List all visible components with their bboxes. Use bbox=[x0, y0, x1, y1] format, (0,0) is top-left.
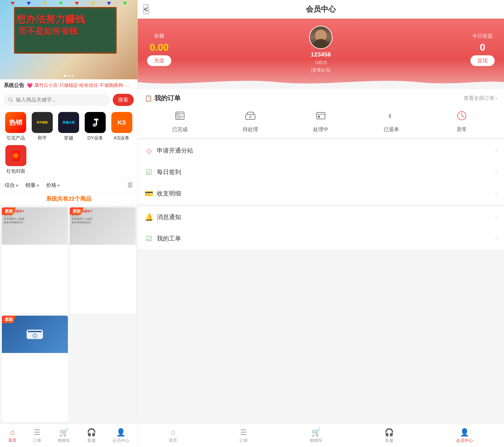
right-nav-orders-label: 订单 bbox=[239, 438, 248, 443]
svg-point-0 bbox=[9, 98, 12, 101]
menu-item-subsite[interactable]: ◇ 申请开通分站 › bbox=[138, 140, 504, 161]
nav-service-label: 客服 bbox=[87, 438, 96, 443]
right-panel: < 会员中心 余额 0.00 充值 123456 UID:5 [ bbox=[138, 0, 504, 447]
cat-item-peace[interactable]: 和平精英 和平 bbox=[29, 112, 55, 141]
menu-checkin-label: 每日签到 bbox=[157, 168, 495, 176]
search-input-wrap[interactable] bbox=[4, 94, 110, 106]
member-icon: 👤 bbox=[116, 428, 126, 437]
nav-home[interactable]: ⌂ 首页 bbox=[8, 428, 17, 443]
search-input[interactable] bbox=[16, 97, 106, 103]
profile-inner: 余额 0.00 充值 123456 UID:5 [普通会员] 今日收益 bbox=[147, 26, 495, 73]
checkin-icon: ☑ bbox=[145, 168, 153, 176]
view-all-chevron: › bbox=[495, 95, 497, 101]
chevron-right-icon-1: › bbox=[495, 147, 497, 154]
product-count: 系统共有22个商品 bbox=[0, 192, 137, 206]
cat-item-dy[interactable]: DY业务 bbox=[82, 112, 108, 141]
cat-icon-peace: 和平精英 bbox=[32, 112, 53, 133]
cat-item-cross[interactable]: 穿越火线 穿越 bbox=[55, 112, 82, 141]
pending-icon bbox=[242, 107, 259, 124]
menu-item-checkin[interactable]: ☑ 每日签到 › bbox=[138, 161, 504, 183]
order-type-refunded[interactable]: ¥ 已退单 bbox=[383, 107, 400, 133]
nav-service[interactable]: 🎧 客服 bbox=[87, 428, 96, 443]
sort-bar: 综合 ◆ 销量 ◆ 价格 ◆ ☰ bbox=[0, 178, 137, 192]
cart-icon: 🛒 bbox=[59, 428, 69, 437]
sort-comprehensive-label: 综合 bbox=[5, 182, 15, 189]
back-button[interactable]: < bbox=[143, 4, 149, 14]
bunting-flag bbox=[43, 2, 47, 5]
profile-wave bbox=[138, 77, 504, 87]
order-type-pending[interactable]: 待处理 bbox=[242, 107, 259, 133]
svg-rect-9 bbox=[176, 112, 184, 119]
orders-header: 📋 我的订单 查看全部订单 › bbox=[145, 94, 497, 103]
orders-icon: ☰ bbox=[34, 428, 41, 437]
product-img-3: 新款 bbox=[2, 316, 68, 353]
banner-dots bbox=[64, 75, 74, 77]
menu-workorder-label: 我的工单 bbox=[157, 234, 495, 243]
cat-item-ks[interactable]: KS KS业务 bbox=[108, 112, 135, 141]
order-type-completed[interactable]: 已完成 bbox=[172, 107, 188, 133]
menu-item-workorder[interactable]: ☑ 我的工单 › bbox=[138, 228, 504, 249]
order-type-abnormal[interactable]: 异常 bbox=[453, 107, 470, 133]
avatar bbox=[309, 26, 332, 49]
abnormal-icon bbox=[453, 107, 470, 124]
username: 123456 bbox=[311, 51, 331, 58]
nav-orders-label: 订单 bbox=[33, 438, 41, 443]
withdraw-button[interactable]: 提现 bbox=[470, 55, 495, 66]
view-all-orders[interactable]: 查看全部订单 › bbox=[464, 95, 497, 102]
nav-member[interactable]: 👤 会员中心 bbox=[112, 428, 129, 443]
service-icon: 🎧 bbox=[87, 428, 96, 437]
sort-price[interactable]: 价格 ◆ bbox=[46, 182, 60, 189]
bunting-flag bbox=[75, 2, 79, 5]
nav-orders[interactable]: ☰ 订单 bbox=[33, 428, 41, 443]
menu-item-notification[interactable]: 🔔 消息通知 › bbox=[138, 206, 504, 228]
nav-member-label: 会员中心 bbox=[112, 438, 129, 443]
orders-title-text: 我的订单 bbox=[154, 94, 180, 103]
bunting-flag bbox=[123, 2, 127, 5]
cat-item-hot[interactable]: 热销 引流产品 bbox=[2, 112, 29, 141]
left-panel: 想办法努力赚钱 而不是如何省钱 系统公告 💗 腐竹云小店-只做稳定-给你信任-不… bbox=[0, 0, 138, 447]
right-nav-orders[interactable]: ☰ 订单 bbox=[239, 428, 248, 443]
menu-item-finance[interactable]: 💳 收支明细 › bbox=[138, 183, 504, 204]
banner: 想办法努力赚钱 而不是如何省钱 bbox=[0, 0, 138, 79]
pending-label: 待处理 bbox=[243, 126, 258, 133]
right-cart-icon: 🛒 bbox=[311, 428, 321, 437]
right-nav-service[interactable]: 🎧 客服 bbox=[384, 428, 394, 443]
cat-item-hongbao[interactable]: 🧧 红包封面 bbox=[2, 145, 29, 174]
nav-cart[interactable]: 🛒 购物车 bbox=[58, 428, 70, 443]
right-nav-member[interactable]: 👤 会员中心 bbox=[456, 428, 473, 443]
refunded-icon: ¥ bbox=[383, 107, 400, 124]
right-orders-icon: ☰ bbox=[240, 428, 247, 437]
recharge-button[interactable]: 充值 bbox=[147, 55, 171, 66]
product-card-2[interactable]: 群邮精品强华✦ 云公告 非常推荐个人使用 发布1000粉丝/日 新款 bbox=[70, 207, 136, 314]
svg-text:¥: ¥ bbox=[389, 113, 392, 119]
avatar-person bbox=[310, 26, 332, 48]
search-button[interactable]: 搜索 bbox=[113, 94, 134, 106]
sort-list-icon[interactable]: ☰ bbox=[127, 181, 133, 189]
svg-rect-16 bbox=[317, 112, 325, 119]
order-type-processing[interactable]: 处理中 bbox=[312, 107, 329, 133]
cat-icon-hot: 热销 bbox=[5, 112, 26, 133]
refunded-label: 已退单 bbox=[384, 126, 399, 133]
svg-rect-10 bbox=[177, 113, 180, 115]
bunting-flag bbox=[11, 2, 15, 5]
announcement-text: 腐竹云小店-只做稳定-给你信任-不做跑路狗-售后稳定 bbox=[34, 82, 134, 89]
right-nav-home[interactable]: ⌂ 首页 bbox=[169, 428, 177, 443]
profile-header: 余额 0.00 充值 123456 UID:5 [普通会员] 今日收益 bbox=[138, 19, 504, 87]
uid-text: UID:5 bbox=[315, 60, 327, 65]
nav-home-label: 首页 bbox=[8, 437, 17, 443]
banner-line1: 想办法努力赚钱 bbox=[16, 13, 85, 26]
svg-line-1 bbox=[12, 101, 13, 102]
sort-sales[interactable]: 销量 ◆ bbox=[25, 182, 39, 189]
right-nav-cart[interactable]: 🛒 购物车 bbox=[310, 428, 323, 443]
announcement-bar: 系统公告 💗 腐竹云小店-只做稳定-给你信任-不做跑路狗-售后稳定 bbox=[0, 79, 137, 91]
product-card-3[interactable]: 新款 bbox=[2, 316, 68, 422]
finance-icon: 💳 bbox=[145, 189, 153, 197]
product-card-1[interactable]: 群邮精品强华✦ 云公告 非常推荐个人使用 发布1000粉丝/日 新款 bbox=[2, 207, 68, 314]
right-nav-member-label: 会员中心 bbox=[456, 438, 473, 443]
sort-comprehensive[interactable]: 综合 ◆ bbox=[5, 182, 18, 189]
completed-label: 已完成 bbox=[172, 126, 188, 133]
svg-rect-14 bbox=[246, 114, 255, 119]
avatar-section: 123456 UID:5 [普通会员] bbox=[309, 26, 332, 73]
svg-point-15 bbox=[250, 116, 251, 118]
announcement-heart: 💗 bbox=[27, 82, 33, 89]
